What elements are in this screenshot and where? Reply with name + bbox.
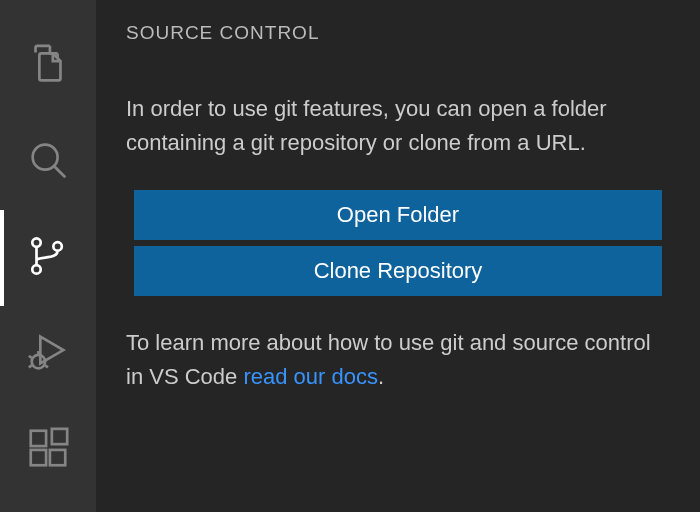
- activity-bar: [0, 0, 96, 512]
- svg-line-10: [45, 365, 48, 367]
- svg-rect-11: [31, 431, 46, 446]
- svg-point-2: [32, 238, 40, 246]
- panel-buttons: Open Folder Clone Repository: [126, 190, 670, 296]
- docs-prefix: To learn more about how to use git and s…: [126, 330, 651, 389]
- git-branch-icon: [25, 233, 71, 283]
- source-control-panel: SOURCE CONTROL In order to use git featu…: [96, 0, 700, 512]
- activity-extensions[interactable]: [0, 402, 96, 498]
- panel-title: SOURCE CONTROL: [126, 22, 670, 44]
- debug-icon: [25, 329, 71, 379]
- files-icon: [25, 41, 71, 91]
- panel-docs-text: To learn more about how to use git and s…: [126, 326, 670, 394]
- activity-explorer[interactable]: [0, 18, 96, 114]
- panel-intro-text: In order to use git features, you can op…: [126, 92, 670, 160]
- svg-rect-12: [31, 450, 46, 465]
- activity-search[interactable]: [0, 114, 96, 210]
- svg-line-8: [29, 356, 32, 358]
- search-icon: [25, 137, 71, 187]
- svg-point-3: [32, 265, 40, 273]
- activity-run-debug[interactable]: [0, 306, 96, 402]
- svg-point-0: [33, 145, 58, 170]
- extensions-icon: [25, 425, 71, 475]
- activity-source-control[interactable]: [0, 210, 96, 306]
- read-docs-link[interactable]: read our docs: [243, 364, 378, 389]
- clone-repository-button[interactable]: Clone Repository: [134, 246, 662, 296]
- svg-rect-13: [50, 450, 65, 465]
- svg-line-1: [55, 167, 66, 178]
- open-folder-button[interactable]: Open Folder: [134, 190, 662, 240]
- svg-point-4: [53, 242, 61, 250]
- svg-rect-14: [52, 429, 67, 444]
- docs-suffix: .: [378, 364, 384, 389]
- svg-line-9: [29, 365, 32, 367]
